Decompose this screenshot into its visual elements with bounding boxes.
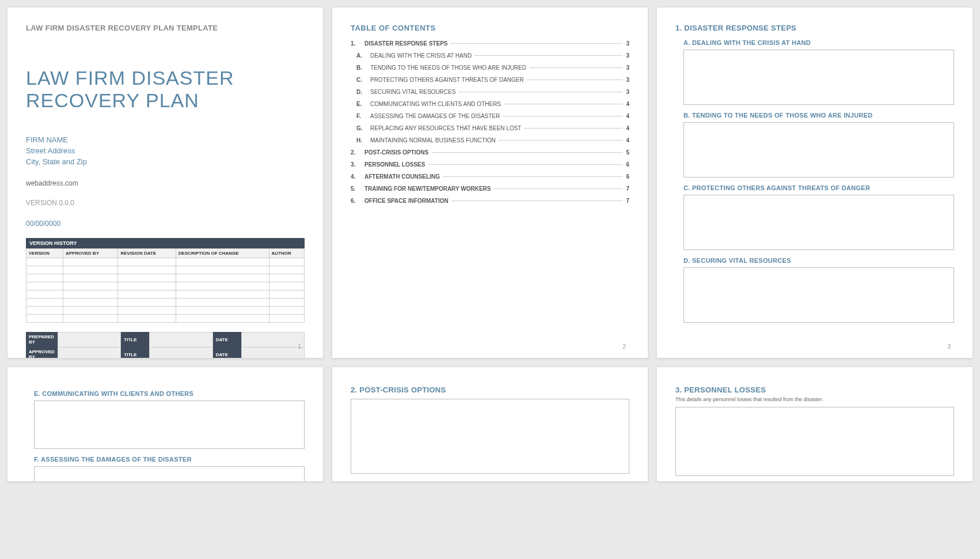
table-row [26,314,305,322]
template-header: LAW FIRM DISASTER RECOVERY PLAN TEMPLATE [26,24,305,32]
toc-item: 1.DISASTER RESPONSE STEPS3 [351,40,629,47]
sub-f-box[interactable] [34,466,305,482]
toc-num: 2. [351,149,361,156]
toc-page: 3 [626,65,629,71]
signature-table: PREPARED BY TITLE DATE APPROVED BY TITLE… [26,332,305,358]
toc-page: 6 [626,161,629,168]
toc-text: AFTERMATH COUNSELING [364,173,440,180]
sub-a-box[interactable] [683,50,954,105]
toc-num: D. [356,89,367,95]
toc-page: 3 [626,52,629,59]
page-2: TABLE OF CONTENTS 1.DISASTER RESPONSE ST… [332,7,648,358]
title-label-2: TITLE [121,347,150,358]
date-field[interactable] [241,332,304,347]
sub-c-box[interactable] [683,195,954,250]
table-row [26,274,305,282]
toc-dots [530,67,622,68]
toc-text: MAINTAINING NORMAL BUSINESS FUNCTION [370,137,496,143]
doc-version: VERSION 0.0.0 [26,199,305,207]
toc-dots [494,188,622,189]
toc-dots [451,43,622,44]
toc-dots [527,80,623,80]
toc-dots [459,92,622,92]
personnel-box[interactable] [675,407,954,476]
title-field-2[interactable] [150,347,212,358]
sub-d-box[interactable] [683,267,954,323]
doc-date: 00/00/0000 [26,220,305,228]
approved-by-field[interactable] [58,347,120,358]
toc-item: 2.POST-CRISIS OPTIONS5 [351,149,629,156]
page-number: 2 [622,343,626,350]
table-row [26,298,305,306]
page-number: 1 [298,343,301,350]
section-3-desc: This details any personnel losses that r… [675,396,954,402]
sub-b-title: B. TENDING TO THE NEEDS OF THOSE WHO ARE… [683,112,954,119]
page-4: E. COMMUNICATING WITH CLIENTS AND OTHERS… [7,367,324,482]
toc-page: 4 [626,137,629,143]
toc-item: B.TENDING TO THE NEEDS OF THOSE WHO ARE … [351,65,629,71]
toc-dots [503,116,622,116]
toc-page: 3 [626,40,629,47]
toc-num: 4. [351,173,361,180]
toc-page: 7 [626,198,629,204]
toc-item: E.COMMUNICATING WITH CLIENTS AND OTHERS4 [351,101,629,107]
toc-item: 4.AFTERMATH COUNSELING6 [351,173,629,180]
page-number: 3 [947,343,951,350]
toc-text: TRAINING FOR NEW/TEMPORARY WORKERS [364,186,491,192]
toc-text: PERSONNEL LOSSES [364,161,425,168]
firm-web: webaddress.com [26,179,305,187]
table-row [26,282,305,290]
toc-item: C.PROTECTING OTHERS AGAINST THREATS OF D… [351,77,629,83]
firm-city: City, State and Zip [26,157,305,168]
page-1: LAW FIRM DISASTER RECOVERY PLAN TEMPLATE… [7,7,324,358]
table-row [26,306,305,314]
sub-d-title: D. SECURING VITAL RESOURCES [683,257,954,264]
toc-dots [499,140,623,141]
page-6: 3. PERSONNEL LOSSES This details any per… [656,367,973,482]
toc-text: REPLACING ANY RESOURCES THAT HAVE BEEN L… [370,125,521,131]
sub-c-title: C. PROTECTING OTHERS AGAINST THREATS OF … [683,184,954,191]
toc-text: ASSESSING THE DAMAGES OF THE DISASTER [370,113,500,119]
toc-num: H. [356,137,367,143]
date-field-2[interactable] [241,347,304,358]
post-crisis-box[interactable] [351,399,629,474]
toc-item: 5.TRAINING FOR NEW/TEMPORARY WORKERS7 [351,186,629,192]
section-2-title: 2. POST-CRISIS OPTIONS [351,386,629,394]
sub-b-box[interactable] [683,122,954,177]
col-revdate: REVISION DATE [118,248,176,258]
sub-e-box[interactable] [34,401,305,449]
toc-item: A.DEALING WITH THE CRISIS AT HAND3 [351,52,629,59]
sub-e-title: E. COMMUNICATING WITH CLIENTS AND OTHERS [34,390,305,397]
toc-text: POST-CRISIS OPTIONS [364,149,428,156]
page-5: 2. POST-CRISIS OPTIONS [332,367,648,482]
toc-num: C. [356,77,367,83]
toc-text: TENDING TO THE NEEDS OF THOSE WHO ARE IN… [370,65,526,71]
toc-text: PROTECTING OTHERS AGAINST THREATS OF DAN… [370,77,524,83]
prepared-by-label: PREPARED BY [26,332,58,347]
table-row [26,290,305,298]
col-approved: APPROVED BY [63,248,118,258]
toc-num: 5. [351,186,361,192]
toc-num: F. [356,113,367,119]
toc-dots [475,55,622,56]
sub-a-title: A. DEALING WITH THE CRISIS AT HAND [683,39,954,46]
toc-num: 6. [351,198,361,204]
page-3: 1. DISASTER RESPONSE STEPS A. DEALING WI… [656,7,973,358]
toc-item: F.ASSESSING THE DAMAGES OF THE DISASTER4 [351,113,629,119]
toc-num: 1. [351,40,361,47]
toc-page: 6 [626,173,629,180]
prepared-by-field[interactable] [58,332,120,347]
table-row [26,258,305,266]
toc-page: 3 [626,89,629,95]
toc-item: 6.OFFICE SPACE INFORMATION7 [351,198,629,204]
date-label: DATE [212,332,241,347]
title-label: TITLE [121,332,150,347]
approved-by-label: APPROVED BY [26,347,58,358]
title-field[interactable] [150,332,212,347]
toc-dots [428,164,622,165]
firm-street: Street Address [26,146,305,157]
col-version: VERSION [26,248,63,258]
toc-dots [432,152,622,153]
toc-page: 7 [626,186,629,192]
toc-dots [504,104,622,104]
